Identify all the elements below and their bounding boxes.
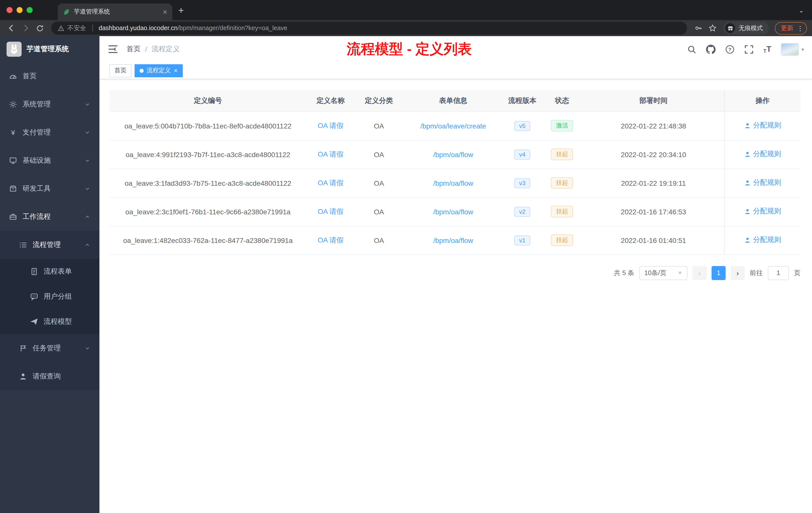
sidebar-item-label: 研发工具 — [23, 184, 51, 193]
form-info-link[interactable]: /bpm/oa/leave/create — [420, 122, 486, 130]
chevron-down-icon: ▼ — [677, 270, 683, 276]
col-header-category: 定义分类 — [355, 90, 403, 112]
page-number-current[interactable]: 1 — [712, 266, 726, 280]
sidebar-item-system[interactable]: 系统管理 — [0, 90, 99, 118]
briefcase-icon — [9, 213, 17, 221]
new-tab-button[interactable]: + — [178, 5, 184, 15]
chevron-down-icon — [84, 101, 90, 108]
version-badge: v4 — [514, 149, 530, 159]
chevron-up-icon — [84, 214, 90, 220]
assign-rule-link[interactable]: 分配规则 — [744, 178, 781, 187]
user-icon — [19, 372, 27, 381]
table-row: oa_leave:3:1fad3d93-7b75-11ec-a3c8-acde4… — [110, 169, 801, 197]
form-info-link[interactable]: /bpm/oa/flow — [433, 179, 473, 187]
sidebar-item-home[interactable]: 首页 — [0, 62, 99, 90]
sidebar-item-payment[interactable]: ¥ 支付管理 — [0, 118, 99, 147]
definition-category: OA — [355, 169, 403, 197]
incognito-badge[interactable]: 无痕模式 — [723, 22, 769, 35]
tab-close-icon[interactable]: × — [163, 8, 167, 16]
sidebar-item-user-group[interactable]: 用户分组 — [0, 284, 99, 309]
definition-name-link[interactable]: OA 请假 — [318, 121, 344, 129]
back-icon[interactable] — [5, 22, 18, 35]
hamburger-icon[interactable] — [108, 44, 118, 55]
prev-page-button[interactable]: ‹ — [693, 266, 706, 280]
definition-id: oa_leave:1:482ec033-762a-11ec-8477-a2380… — [110, 226, 306, 254]
page-content: 定义编号 定义名称 定义分类 表单信息 流程版本 状态 部署时间 操作 oa_l — [99, 79, 812, 513]
status-badge: 挂起 — [551, 149, 573, 160]
sidebar-item-process-form[interactable]: 流程表单 — [0, 259, 99, 284]
sidebar-item-workflow[interactable]: 工作流程 — [0, 203, 99, 231]
fullscreen-icon[interactable] — [744, 44, 754, 54]
workflow-submenu: 流程管理 流程表单 用户分组 — [0, 231, 99, 391]
user-icon — [744, 122, 751, 129]
sidebar-item-process-model[interactable]: 流程模型 — [0, 309, 99, 334]
definition-id: oa_leave:2:3c1f0ef1-76b1-11ec-9c66-a2380… — [110, 197, 306, 226]
assign-rule-link[interactable]: 分配规则 — [744, 236, 781, 245]
sidebar-item-label: 用户分组 — [44, 292, 72, 301]
sidebar-item-leave-query[interactable]: 请假查询 — [0, 362, 99, 391]
close-window-button[interactable] — [6, 7, 12, 13]
logo-rabbit-icon — [6, 42, 22, 57]
github-icon[interactable] — [706, 44, 716, 54]
definition-name-link[interactable]: OA 请假 — [318, 178, 344, 186]
tag-process-definition[interactable]: 流程定义 × — [135, 64, 182, 77]
sidebar-item-devtools[interactable]: 研发工具 — [0, 175, 99, 203]
sidebar-item-task-mgmt[interactable]: 任务管理 — [0, 334, 99, 362]
tag-close-icon[interactable]: × — [174, 67, 177, 74]
bookmark-star-icon[interactable] — [706, 22, 719, 35]
sidebar-item-label: 支付管理 — [23, 128, 51, 137]
key-icon[interactable] — [692, 22, 705, 35]
goto-page-input[interactable] — [768, 266, 789, 280]
sidebar-item-label: 首页 — [23, 72, 37, 81]
help-icon[interactable]: ? — [725, 44, 735, 54]
definition-category: OA — [355, 197, 403, 226]
incognito-label: 无痕模式 — [739, 24, 763, 32]
search-icon[interactable] — [687, 44, 696, 54]
browser-toolbar: 不安全 dashboard.yudao.iocoder.cn/bpm/manag… — [0, 20, 812, 36]
assign-rule-link[interactable]: 分配规则 — [744, 121, 781, 130]
reload-icon[interactable] — [33, 22, 46, 35]
deploy-time: 2022-01-16 01:40:51 — [583, 226, 724, 254]
minimize-window-button[interactable] — [17, 7, 23, 13]
document-icon — [30, 268, 38, 276]
sidebar: 芋道管理系统 首页 系统管理 ¥ 支付管理 — [0, 36, 99, 513]
browser-tab[interactable]: 芋道管理系统 × — [58, 3, 172, 20]
table-row: oa_leave:2:3c1f0ef1-76b1-11ec-9c66-a2380… — [110, 197, 801, 226]
tag-label: 首页 — [115, 66, 126, 75]
page-size-select[interactable]: 10条/页 ▼ — [639, 266, 688, 280]
tags-view-bar: 首页 流程定义 × — [99, 62, 812, 79]
sidebar-item-infra[interactable]: 基础设施 — [0, 147, 99, 175]
user-menu[interactable]: ▾ — [781, 43, 804, 56]
sidebar-item-label: 请假查询 — [33, 372, 61, 381]
status-badge: 挂起 — [551, 177, 573, 189]
assign-rule-link[interactable]: 分配规则 — [744, 207, 781, 216]
definition-name-link[interactable]: OA 请假 — [318, 207, 344, 215]
definition-name-link[interactable]: OA 请假 — [318, 236, 344, 244]
col-header-form: 表单信息 — [403, 90, 503, 112]
form-info-link[interactable]: /bpm/oa/flow — [433, 236, 473, 244]
sidebar-item-process-mgmt[interactable]: 流程管理 — [0, 231, 99, 259]
breadcrumb-home[interactable]: 首页 — [126, 45, 141, 54]
url-host: dashboard.yudao.iocoder.cn — [99, 25, 177, 32]
navbar: 首页 / 流程定义 流程模型 - 定义列表 ? — [99, 36, 812, 62]
definition-category: OA — [355, 112, 403, 140]
form-info-link[interactable]: /bpm/oa/flow — [433, 150, 473, 158]
tag-home[interactable]: 首页 — [110, 64, 132, 77]
page-size-value: 10条/页 — [644, 268, 666, 277]
maximize-window-button[interactable] — [27, 7, 33, 13]
font-size-icon[interactable]: TT — [763, 45, 771, 54]
definition-category: OA — [355, 226, 403, 254]
next-page-button[interactable]: › — [731, 266, 745, 280]
browser-menu-icon[interactable]: ⋮ — [797, 24, 804, 32]
user-icon — [744, 151, 751, 158]
form-info-link[interactable]: /bpm/oa/flow — [433, 208, 473, 216]
assign-rule-link[interactable]: 分配规则 — [744, 150, 781, 159]
tab-search-chevron-icon[interactable]: ⌄ — [799, 6, 804, 14]
definition-table: 定义编号 定义名称 定义分类 表单信息 流程版本 状态 部署时间 操作 oa_l — [110, 90, 801, 255]
address-bar[interactable]: 不安全 dashboard.yudao.iocoder.cn/bpm/manag… — [51, 22, 687, 35]
forward-icon[interactable] — [19, 22, 32, 35]
update-button[interactable]: 更新 ⋮ — [775, 22, 807, 34]
table-row: oa_leave:4:991f2193-7b7f-11ec-a3c8-acde4… — [110, 140, 801, 169]
table-row: oa_leave:5:004b710b-7b8a-11ec-8ef0-acde4… — [110, 112, 801, 140]
definition-name-link[interactable]: OA 请假 — [318, 150, 344, 158]
